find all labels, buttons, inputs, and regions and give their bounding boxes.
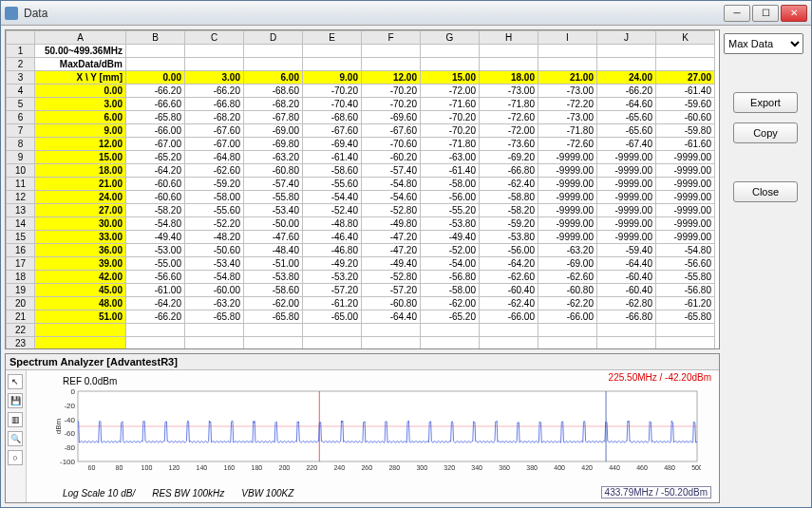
data-cell[interactable]: -9999.00	[538, 151, 597, 164]
data-cell[interactable]: -55.20	[421, 204, 480, 217]
y-axis-cell[interactable]: 18.00	[480, 71, 538, 85]
data-cell[interactable]: -61.40	[421, 164, 480, 178]
data-cell[interactable]: -72.20	[538, 98, 597, 111]
data-cell[interactable]: -50.60	[185, 244, 244, 257]
data-cell[interactable]: -73.60	[480, 138, 538, 151]
export-button[interactable]: Export	[733, 92, 798, 113]
data-cell[interactable]: -71.80	[538, 124, 597, 138]
data-cell[interactable]: -9999.00	[597, 231, 656, 244]
data-cell[interactable]: -69.80	[244, 138, 303, 151]
data-cell[interactable]: -53.40	[185, 257, 244, 271]
x-axis-cell[interactable]: 6.00	[35, 111, 126, 124]
data-cell[interactable]: -55.00	[126, 257, 185, 271]
data-cell[interactable]: -65.80	[656, 310, 715, 324]
data-cell[interactable]: -9999.00	[538, 164, 597, 178]
row-header[interactable]: 7	[7, 124, 35, 138]
column-header[interactable]: H	[480, 31, 538, 45]
data-cell[interactable]: -54.80	[656, 244, 715, 257]
row-header[interactable]: 16	[7, 244, 35, 257]
data-cell[interactable]: -47.20	[362, 231, 421, 244]
tool-cursor-icon[interactable]: ↖	[8, 374, 23, 389]
data-cell[interactable]: -53.80	[421, 217, 480, 231]
row-header[interactable]: 20	[7, 297, 35, 310]
data-cell[interactable]: -66.00	[126, 124, 185, 138]
data-cell[interactable]: -60.80	[244, 164, 303, 178]
data-cell[interactable]: -66.80	[480, 164, 538, 178]
data-cell[interactable]: -54.80	[185, 271, 244, 284]
data-cell[interactable]: -65.20	[421, 310, 480, 324]
tool-marker-icon[interactable]: ○	[8, 450, 23, 465]
data-cell[interactable]: -58.60	[244, 284, 303, 297]
data-cell[interactable]: -66.00	[480, 310, 538, 324]
data-cell[interactable]: -49.40	[421, 231, 480, 244]
data-cell[interactable]: -55.80	[244, 191, 303, 204]
data-cell[interactable]: -64.20	[480, 257, 538, 271]
row-header[interactable]: 4	[7, 85, 35, 98]
dataset-select[interactable]: Max Data	[724, 33, 803, 54]
data-cell[interactable]: -66.20	[126, 310, 185, 324]
data-cell[interactable]: -9999.00	[597, 191, 656, 204]
column-header[interactable]: D	[244, 31, 303, 45]
data-cell[interactable]: -53.80	[244, 271, 303, 284]
data-cell[interactable]: -67.80	[244, 111, 303, 124]
data-cell[interactable]: -58.20	[480, 204, 538, 217]
data-cell[interactable]: -57.40	[362, 164, 421, 178]
x-axis-cell[interactable]: 9.00	[35, 124, 126, 138]
column-header[interactable]: I	[538, 31, 597, 45]
data-cell[interactable]: -73.00	[538, 85, 597, 98]
x-axis-cell[interactable]: 42.00	[35, 271, 126, 284]
data-cell[interactable]: -69.00	[244, 124, 303, 138]
data-cell[interactable]: -62.60	[538, 271, 597, 284]
data-cell[interactable]: -60.60	[656, 111, 715, 124]
data-cell[interactable]: -60.60	[126, 178, 185, 191]
data-cell[interactable]: -72.60	[538, 138, 597, 151]
x-axis-cell[interactable]: 33.00	[35, 231, 126, 244]
y-axis-cell[interactable]: 3.00	[185, 71, 244, 85]
data-cell[interactable]: -50.00	[244, 217, 303, 231]
data-cell[interactable]: -64.40	[362, 310, 421, 324]
data-cell[interactable]: -68.60	[303, 111, 362, 124]
data-cell[interactable]: -71.60	[421, 98, 480, 111]
data-cell[interactable]: -62.60	[480, 271, 538, 284]
data-cell[interactable]: -54.80	[126, 217, 185, 231]
data-cell[interactable]: -9999.00	[538, 217, 597, 231]
data-cell[interactable]: -53.80	[480, 231, 538, 244]
data-cell[interactable]: -58.80	[480, 191, 538, 204]
data-cell[interactable]: -9999.00	[597, 217, 656, 231]
tool-save-icon[interactable]: 💾	[8, 393, 23, 408]
column-header[interactable]: E	[303, 31, 362, 45]
row-header[interactable]: 11	[7, 178, 35, 191]
data-cell[interactable]: -52.80	[362, 271, 421, 284]
data-cell[interactable]: -70.20	[362, 85, 421, 98]
y-axis-cell[interactable]: 15.00	[421, 71, 480, 85]
data-cell[interactable]: -62.00	[421, 297, 480, 310]
data-cell[interactable]: -62.40	[480, 178, 538, 191]
data-cell[interactable]: -49.40	[126, 231, 185, 244]
data-cell[interactable]: -71.80	[421, 138, 480, 151]
data-cell[interactable]: -49.20	[303, 257, 362, 271]
data-cell[interactable]: -9999.00	[656, 217, 715, 231]
data-cell[interactable]: -66.20	[126, 85, 185, 98]
data-cell[interactable]: -9999.00	[656, 178, 715, 191]
column-header[interactable]: C	[185, 31, 244, 45]
data-cell[interactable]: -67.60	[362, 124, 421, 138]
data-cell[interactable]: -9999.00	[597, 151, 656, 164]
data-cell[interactable]: -9999.00	[538, 204, 597, 217]
data-cell[interactable]: -9999.00	[597, 164, 656, 178]
data-cell[interactable]: -9999.00	[597, 178, 656, 191]
data-cell[interactable]: -62.20	[538, 297, 597, 310]
data-cell[interactable]: -9999.00	[656, 231, 715, 244]
data-cell[interactable]: -56.60	[126, 271, 185, 284]
data-cell[interactable]: -9999.00	[656, 204, 715, 217]
data-cell[interactable]: -51.00	[244, 257, 303, 271]
data-cell[interactable]: -65.00	[303, 310, 362, 324]
data-cell[interactable]: -65.60	[597, 124, 656, 138]
row-header[interactable]: 19	[7, 284, 35, 297]
data-cell[interactable]: -67.00	[126, 138, 185, 151]
data-cell[interactable]: -48.20	[185, 231, 244, 244]
data-cell[interactable]: -57.40	[244, 178, 303, 191]
data-cell[interactable]: -69.00	[538, 257, 597, 271]
data-cell[interactable]: -64.20	[126, 164, 185, 178]
data-cell[interactable]: -65.80	[126, 111, 185, 124]
data-cell[interactable]: -59.20	[185, 178, 244, 191]
